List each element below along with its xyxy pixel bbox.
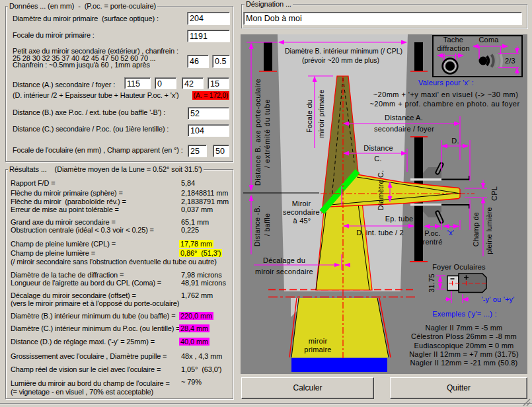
svg-text:Exemples ('y'= ...) :: Exemples ('y'= ...) : <box>432 310 496 318</box>
svg-text:Diamètre C.: Diamètre C. <box>377 170 385 211</box>
svg-text:pleine lumière: pleine lumière <box>485 207 493 254</box>
svg-text:Nagler II 12mm = +7 mm (31.75): Nagler II 12mm = +7 mm (31.75) <box>409 350 519 358</box>
svg-text:Foyer Oculaires: Foyer Oculaires <box>432 263 486 271</box>
svg-text:Nagler II 7mm = -5 mm: Nagler II 7mm = -5 mm <box>426 324 503 332</box>
svg-text:'x': 'x' <box>447 229 454 237</box>
svg-text:Décalage du: Décalage du <box>263 256 305 264</box>
svg-text:Miroir: Miroir <box>292 200 311 207</box>
svg-text:Champ de: Champ de <box>472 212 480 246</box>
svg-text:P.oc.: P.oc. <box>424 229 441 237</box>
svg-text:Distance A.: Distance A. <box>385 114 423 122</box>
svg-text:Nagler II 12mm = -21 mm (50.8): Nagler II 12mm = -21 mm (50.8) <box>410 359 518 367</box>
svg-text:Distance: Distance <box>363 144 393 152</box>
svg-text:miroir secondaire: miroir secondaire <box>255 268 313 276</box>
svg-text:rentré: rentré <box>423 238 443 246</box>
svg-text:/ extrémité du tube: / extrémité du tube <box>263 99 271 168</box>
svg-text:CPL: CPL <box>490 186 498 201</box>
svg-text:Célestron Ploss 26mm = -8 mm: Célestron Ploss 26mm = -8 mm <box>411 332 517 340</box>
svg-text:Eudiascopique 20mm = 0 mm: Eudiascopique 20mm = 0 mm <box>414 342 514 350</box>
svg-text:diffraction: diffraction <box>437 44 470 52</box>
svg-text:2/3: 2/3 <box>505 57 515 65</box>
svg-text:Coma: Coma <box>478 36 499 44</box>
svg-text:~20mm + '+y maxi' en visuel (-: ~20mm + '+y maxi' en visuel (-> ~30 mm) <box>373 91 519 98</box>
svg-text:/ baffle: / baffle <box>263 213 271 236</box>
svg-text:secondaire / foyer: secondaire / foyer <box>374 125 434 133</box>
svg-text:miroir primaire: miroir primaire <box>317 89 325 137</box>
svg-text:Valeurs pour 'x' :: Valeurs pour 'x' : <box>418 79 474 87</box>
svg-text:Diamètre B. intérieur minimum: Diamètre B. intérieur minimum (/ CPL) <box>285 47 402 55</box>
svg-text:C.: C. <box>374 155 381 163</box>
svg-text:miroir: miroir <box>309 337 328 345</box>
svg-text:'-y' ou '+y': '-y' ou '+y' <box>481 295 514 303</box>
svg-text:D. int. tube / 2: D. int. tube / 2 <box>356 229 404 237</box>
svg-text:(prévoir ~20 mm de plus): (prévoir ~20 mm de plus) <box>302 56 379 64</box>
svg-text:~20mm + prof. chambre en photo: ~20mm + prof. chambre en photo. au foyer <box>369 100 519 108</box>
svg-text:à 45°: à 45° <box>293 217 311 225</box>
svg-text:D.: D. <box>451 137 459 145</box>
svg-text:Tache: Tache <box>443 36 463 44</box>
svg-text:31.75: 31.75 <box>428 274 436 293</box>
svg-text:Ep. tube: Ep. tube <box>385 215 414 223</box>
svg-text:Distance B. axe porte-oculaire: Distance B. axe porte-oculaire <box>254 79 262 186</box>
svg-text:secondaire: secondaire <box>283 208 320 216</box>
svg-text:Distance -B.: Distance -B. <box>253 205 261 246</box>
svg-text:primaire: primaire <box>304 346 331 353</box>
svg-text:Focale du: Focale du <box>305 100 313 133</box>
